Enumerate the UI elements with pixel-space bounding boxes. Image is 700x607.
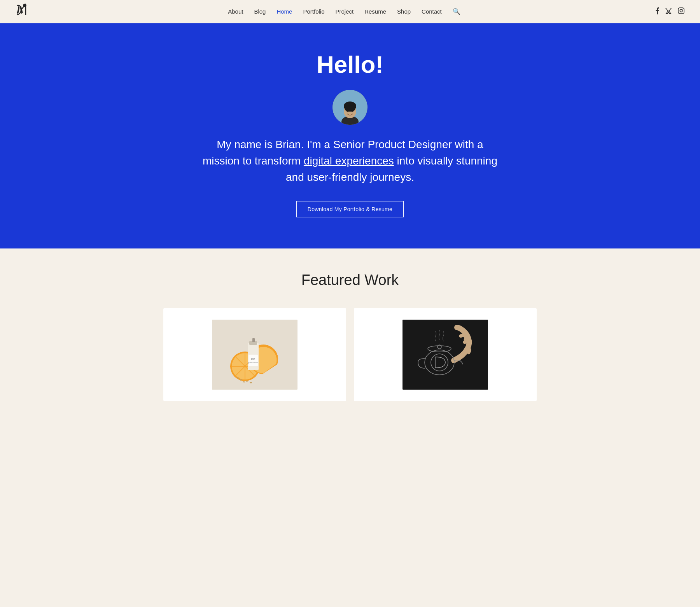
social-icons xyxy=(656,7,684,16)
svg-point-11 xyxy=(346,110,349,112)
twitter-x-icon[interactable] xyxy=(665,8,672,16)
work-card-2[interactable] xyxy=(354,308,537,401)
featured-work-title: Featured Work xyxy=(16,272,684,289)
avatar xyxy=(332,90,368,125)
nav-portfolio[interactable]: Portfolio xyxy=(303,8,324,15)
instagram-icon[interactable] xyxy=(678,7,684,16)
svg-text:green essence: green essence xyxy=(248,362,259,364)
hero-section: Hello! My name is Br xyxy=(0,23,700,248)
facebook-icon[interactable] xyxy=(656,7,659,16)
svg-point-2 xyxy=(680,9,682,12)
nav-resume[interactable]: Resume xyxy=(364,8,386,15)
svg-point-12 xyxy=(351,110,354,112)
nav-links: About Blog Home Portfolio Project Resume… xyxy=(228,8,460,15)
nav-home[interactable]: Home xyxy=(276,8,292,15)
download-cta-button[interactable]: Download My Portfolio & Resume xyxy=(296,201,404,217)
navbar: ﾊﾟ About Blog Home Portfolio Project Res… xyxy=(0,0,700,23)
work-grid: DIIX green essence xyxy=(163,308,537,401)
work-card-1-image: DIIX green essence xyxy=(212,320,298,390)
svg-rect-22 xyxy=(252,338,255,342)
svg-rect-23 xyxy=(248,355,258,366)
hero-greeting: Hello! xyxy=(16,51,684,78)
svg-point-30 xyxy=(250,382,252,383)
work-card-2-image xyxy=(402,320,488,390)
featured-work-section: Featured Work xyxy=(0,248,700,417)
site-logo[interactable]: ﾊﾟ xyxy=(16,2,33,21)
nav-shop[interactable]: Shop xyxy=(397,8,411,15)
nav-project[interactable]: Project xyxy=(335,8,354,15)
nav-contact[interactable]: Contact xyxy=(422,8,442,15)
svg-rect-31 xyxy=(402,320,488,390)
nav-blog[interactable]: Blog xyxy=(254,8,266,15)
work-card-1[interactable]: DIIX green essence xyxy=(163,308,346,401)
search-icon[interactable]: 🔍 xyxy=(453,8,460,15)
svg-point-10 xyxy=(345,105,355,112)
digital-experiences-link[interactable]: digital experiences xyxy=(304,155,394,167)
svg-point-3 xyxy=(682,9,683,10)
svg-text:DIIX: DIIX xyxy=(251,358,255,360)
svg-rect-1 xyxy=(678,8,684,14)
hero-bio: My name is Brian. I'm a Senior Product D… xyxy=(198,136,502,185)
nav-about[interactable]: About xyxy=(228,8,243,15)
